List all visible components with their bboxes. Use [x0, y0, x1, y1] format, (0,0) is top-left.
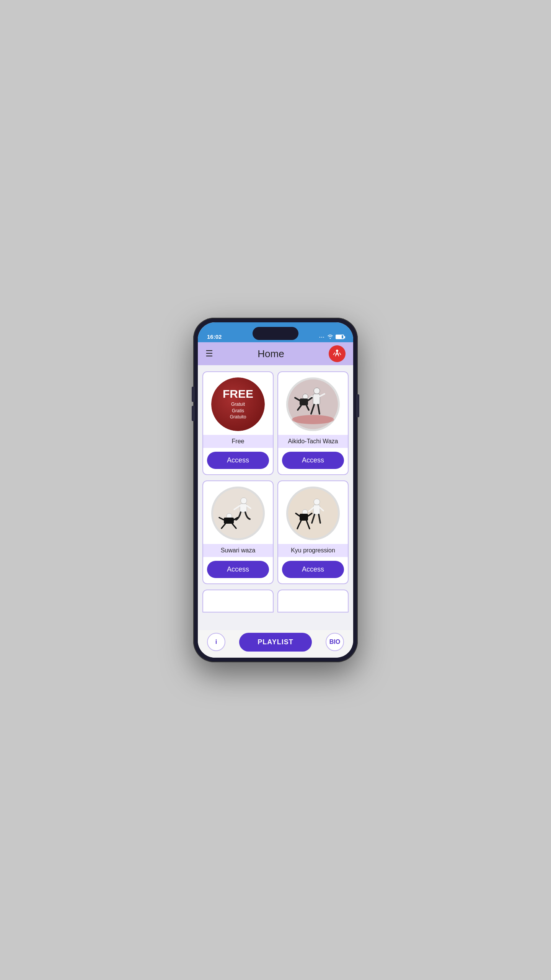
main-content: FREE GratuitGratisGratuito Free Access — [198, 365, 353, 658]
svg-rect-34 — [300, 514, 308, 521]
svg-point-14 — [292, 415, 334, 424]
phone-screen: 16:02 ••• ☰ Home — [198, 322, 353, 658]
free-card-title: Free — [203, 435, 273, 448]
svg-rect-21 — [224, 518, 234, 524]
aikido-card-title: Aikido-Tachi Waza — [278, 435, 348, 448]
svg-point-0 — [336, 350, 338, 352]
kyu-access-button[interactable]: Access — [282, 561, 344, 578]
battery-icon — [336, 335, 344, 339]
free-access-button[interactable]: Access — [207, 452, 269, 469]
suwari-card-title: Suwari waza — [203, 544, 273, 557]
card-row-1: FREE GratuitGratisGratuito Free Access — [202, 371, 349, 475]
playlist-button[interactable]: PLAYLIST — [239, 633, 311, 652]
status-icons: ••• — [320, 334, 344, 340]
free-badge-image: FREE GratuitGratisGratuito — [211, 377, 265, 431]
aikido-image — [286, 377, 340, 431]
status-time: 16:02 — [207, 333, 222, 340]
info-button[interactable]: i — [207, 633, 225, 651]
svg-point-2 — [314, 388, 320, 394]
dots-icon: ••• — [320, 335, 325, 339]
kyu-card-title: Kyu progression — [278, 544, 348, 557]
aikido-access-button[interactable]: Access — [282, 452, 344, 469]
app-logo[interactable] — [329, 345, 346, 362]
free-card: FREE GratuitGratisGratuito Free Access — [202, 371, 274, 475]
aikido-card: Aikido-Tachi Waza Access — [277, 371, 349, 475]
suwari-access-button[interactable]: Access — [207, 561, 269, 578]
dynamic-island — [253, 327, 298, 340]
page-title: Home — [258, 348, 284, 360]
app-header: ☰ Home — [198, 342, 353, 365]
partial-card-right — [277, 590, 349, 612]
partial-card-left — [202, 590, 274, 612]
suwari-card: Suwari waza Access — [202, 480, 274, 584]
svg-rect-3 — [313, 394, 320, 405]
free-badge-subtitles: GratuitGratisGratuito — [230, 401, 246, 420]
free-badge-title: FREE — [223, 388, 253, 400]
power-button[interactable] — [356, 394, 359, 417]
kyu-card: Kyu progression Access — [277, 480, 349, 584]
card-row-2: Suwari waza Access — [202, 480, 349, 584]
svg-point-8 — [303, 394, 308, 399]
wifi-icon — [327, 334, 333, 340]
svg-rect-28 — [313, 505, 320, 514]
svg-point-27 — [314, 499, 320, 505]
volume-down-button[interactable] — [192, 406, 195, 421]
bottom-nav: i PLAYLIST BIO — [198, 630, 353, 658]
kyu-image — [286, 487, 340, 540]
volume-up-button[interactable] — [192, 387, 195, 402]
svg-rect-9 — [300, 399, 308, 405]
menu-button[interactable]: ☰ — [205, 349, 213, 359]
phone-frame: 16:02 ••• ☰ Home — [193, 318, 358, 662]
card-row-partial — [202, 590, 349, 612]
suwari-image — [211, 487, 265, 540]
bio-button[interactable]: BIO — [326, 633, 344, 651]
svg-point-15 — [213, 488, 263, 538]
svg-rect-17 — [240, 504, 247, 512]
svg-point-16 — [241, 498, 247, 504]
free-badge-circle: FREE GratuitGratisGratuito — [211, 377, 265, 431]
